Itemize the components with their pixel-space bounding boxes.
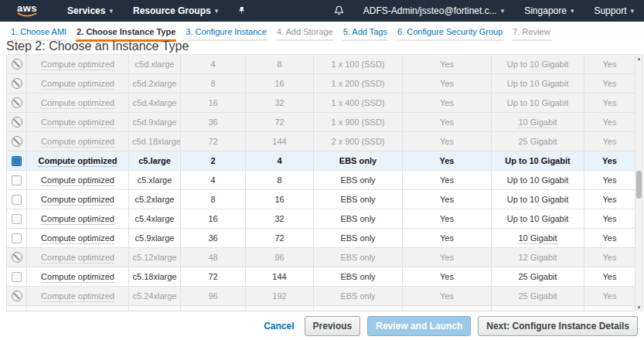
ipv6-cell: Yes xyxy=(584,74,635,94)
storage-cell: 2 x 900 (SSD) xyxy=(314,132,403,151)
ebs-optimized-cell: Yes xyxy=(403,94,492,113)
wizard-step-7: 7. Review xyxy=(512,22,550,41)
storage-cell: 1 x 200 (SSD) xyxy=(314,74,403,94)
instance-row: Compute optimized c5d.4xlarge 16 32 1 x … xyxy=(7,94,635,113)
family-cell: Compute optimized xyxy=(27,267,129,287)
row-selector-cell xyxy=(7,132,27,151)
instance-row[interactable]: Compute optimized c5.xlarge 4 8 EBS only… xyxy=(7,171,635,190)
pushpin-icon[interactable] xyxy=(228,6,255,15)
ipv6-cell: Yes xyxy=(584,229,635,248)
family-label: Compute optimized xyxy=(41,214,114,225)
wizard-step-1[interactable]: 1. Choose AMI xyxy=(10,22,67,41)
ebs-optimized-cell: Yes xyxy=(403,74,492,94)
family-label: Compute optimized xyxy=(41,137,114,148)
network-label: Up to 10 Gigabit xyxy=(507,214,569,223)
type-cell: c5.large xyxy=(129,151,181,171)
type-cell: c5.9xlarge xyxy=(129,229,181,248)
family-cell: Compute optimized xyxy=(27,113,129,132)
ipv6-cell: Yes xyxy=(584,132,635,151)
type-cell: c5.2xlarge xyxy=(129,190,181,209)
row-checkbox[interactable] xyxy=(12,214,22,224)
partial-row xyxy=(7,306,635,311)
instance-row: Compute optimized c5.12xlarge 48 96 EBS … xyxy=(7,248,635,267)
wizard-step-underline xyxy=(185,39,267,41)
vertical-scrollbar[interactable]: ▲ ▼ xyxy=(635,54,643,312)
previous-button[interactable]: Previous xyxy=(305,316,361,336)
family-label: Compute optimized xyxy=(41,175,114,186)
wizard-step-6[interactable]: 6. Configure Security Group xyxy=(397,22,503,41)
storage-cell: EBS only xyxy=(314,190,403,209)
storage-cell: EBS only xyxy=(314,209,403,229)
nav-region-menu[interactable]: Singapore ▾ xyxy=(514,0,584,22)
scrollbar-thumb[interactable] xyxy=(636,171,642,199)
network-label: Up to 10 Gigabit xyxy=(507,195,569,204)
network-cell: Up to 10 Gigabit xyxy=(492,190,584,209)
ban-icon xyxy=(12,117,22,128)
instance-row: Compute optimized c5d.18xlarge 72 144 2 … xyxy=(7,132,635,151)
instance-row[interactable]: Compute optimized c5.18xlarge 72 144 EBS… xyxy=(7,267,635,287)
row-checkbox[interactable] xyxy=(12,272,22,282)
instance-row[interactable]: Compute optimized c5.4xlarge 16 32 EBS o… xyxy=(7,209,635,229)
wizard-step-5[interactable]: 5. Add Tags xyxy=(342,22,388,41)
vcpus-cell: 4 xyxy=(181,171,246,190)
nav-support-label: Support xyxy=(594,5,626,16)
review-and-launch-button[interactable]: Review and Launch xyxy=(367,316,471,336)
wizard-step-label: 7. Review xyxy=(512,26,550,39)
network-label: 10 Gigabit xyxy=(518,233,557,244)
type-cell: c5.4xlarge xyxy=(129,209,181,229)
bell-icon[interactable] xyxy=(325,5,353,16)
chevron-down-icon: ▾ xyxy=(630,8,634,15)
nav-resource-groups[interactable]: Resource Groups ▾ xyxy=(123,0,228,22)
network-label: 25 Gigabit xyxy=(518,291,557,301)
family-label: Compute optimized xyxy=(41,253,114,264)
storage-cell: EBS only xyxy=(314,171,403,190)
storage-cell: EBS only xyxy=(314,248,403,267)
instance-row: Compute optimized c5d.9xlarge 36 72 1 x … xyxy=(7,113,635,132)
scroll-up-arrow[interactable]: ▲ xyxy=(635,55,642,63)
memory-cell: 144 xyxy=(246,267,314,287)
wizard-step-label: 1. Choose AMI xyxy=(10,26,67,39)
next-configure-instance-button[interactable]: Next: Configure Instance Details xyxy=(478,316,638,336)
wizard-step-label: 4. Add Storage xyxy=(276,26,334,39)
row-selector-cell xyxy=(7,55,27,74)
instance-row[interactable]: Compute optimized c5.9xlarge 36 72 EBS o… xyxy=(7,229,635,248)
type-cell: c5d.18xlarge xyxy=(129,132,181,151)
type-cell: c5d.xlarge xyxy=(129,55,181,74)
ipv6-cell: Yes xyxy=(584,171,635,190)
row-checkbox[interactable] xyxy=(12,233,22,243)
ebs-optimized-cell: Yes xyxy=(403,287,492,306)
aws-logo-text: aws xyxy=(17,4,37,12)
wizard-step-underline xyxy=(276,39,334,41)
nav-account-menu[interactable]: ADFS-Admin/jssteo@fortinet.c... ▾ xyxy=(353,0,514,22)
ipv6-cell: Yes xyxy=(584,190,635,209)
instance-row: Compute optimized c5d.2xlarge 8 16 1 x 2… xyxy=(7,74,635,94)
family-label: Compute optimized xyxy=(41,98,114,109)
ipv6-cell: Yes xyxy=(584,113,635,132)
network-label: 25 Gigabit xyxy=(518,272,557,281)
family-label: Compute optimized xyxy=(41,272,114,283)
instance-row[interactable]: Compute optimized c5.large 2 4 EBS only … xyxy=(7,151,635,171)
memory-cell: 72 xyxy=(246,113,314,132)
network-label: Up to 10 Gigabit xyxy=(507,60,569,69)
nav-support-menu[interactable]: Support ▾ xyxy=(584,0,644,22)
network-label: 10 Gigabit xyxy=(518,117,557,128)
scroll-down-arrow[interactable]: ▼ xyxy=(635,304,642,311)
wizard-step-label: 6. Configure Security Group xyxy=(397,26,503,39)
row-checkbox[interactable] xyxy=(12,175,22,185)
vcpus-cell: 72 xyxy=(181,267,246,287)
row-checkbox[interactable] xyxy=(12,195,22,205)
family-cell: Compute optimized xyxy=(27,55,129,74)
instance-row[interactable]: Compute optimized c5.2xlarge 8 16 EBS on… xyxy=(7,190,635,209)
nav-services[interactable]: Services ▾ xyxy=(57,0,123,22)
network-cell: 10 Gigabit xyxy=(492,229,584,248)
cancel-link[interactable]: Cancel xyxy=(264,321,294,332)
row-checkbox-checked[interactable] xyxy=(12,156,22,166)
family-cell: Compute optimized xyxy=(27,151,129,171)
aws-logo[interactable]: aws xyxy=(17,4,37,18)
wizard-step-label: 2. Choose Instance Type xyxy=(76,26,176,39)
family-label: Compute optimized xyxy=(41,60,114,70)
network-label: Up to 10 Gigabit xyxy=(507,79,569,88)
network-cell: Up to 10 Gigabit xyxy=(492,74,584,94)
wizard-step-3[interactable]: 3. Configure Instance xyxy=(185,22,267,41)
wizard-footer: Cancel Previous Review and Launch Next: … xyxy=(0,311,644,340)
